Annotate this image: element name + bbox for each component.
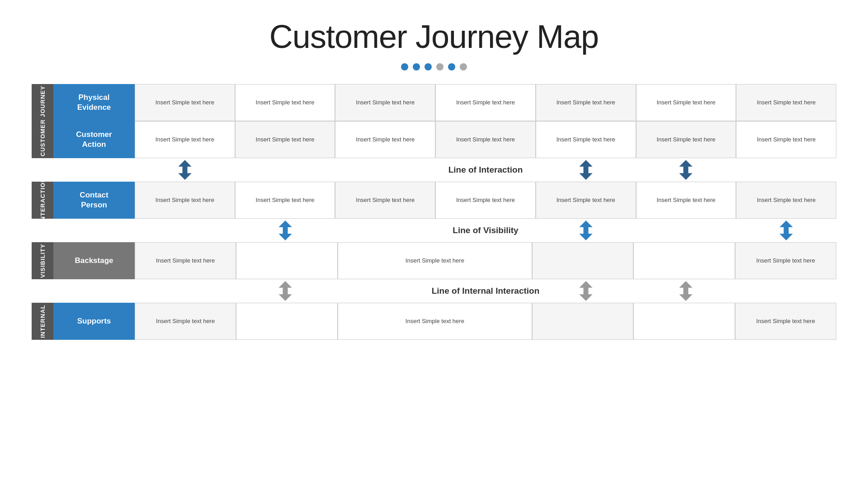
svg-marker-4 (579, 221, 592, 240)
svg-marker-7 (579, 281, 592, 301)
svg-marker-5 (780, 221, 793, 240)
ca-cell-7[interactable]: Insert Simple text here (736, 121, 836, 158)
bs-cell-7[interactable]: Insert Simple text here (735, 242, 836, 279)
line-of-visibility-label: Line of Visibility (453, 225, 518, 235)
arrow-slot-lov-4 (536, 219, 636, 242)
bs-cell-2 (236, 242, 337, 279)
sup-cell-2 (236, 303, 337, 340)
line-of-interaction-row: Line of Interaction (53, 158, 836, 182)
arrow-lov-4 (579, 221, 593, 240)
customer-action-header: CustomerAction (53, 121, 135, 158)
bs-cell-3-4[interactable]: Insert Simple text here (338, 242, 533, 279)
pe-cell-4[interactable]: Insert Simple text here (435, 84, 536, 121)
arrow-lov-1 (278, 221, 292, 240)
label-internal: Internal (32, 303, 53, 340)
ca-cell-5[interactable]: Insert Simple text here (536, 121, 636, 158)
arrow-slot-lii-1 (235, 279, 335, 303)
backstage-row: Backstage Insert Simple text here Insert… (53, 242, 836, 279)
svg-marker-2 (679, 160, 693, 180)
arrow-loi-4 (579, 160, 593, 180)
arrow-slot-lov-6 (736, 219, 836, 242)
line-of-visibility-cells: Line of Visibility (135, 219, 836, 242)
bs-cell-5 (532, 242, 633, 279)
backstage-header: Backstage (53, 242, 135, 279)
pe-cell-7[interactable]: Insert Simple text here (736, 84, 836, 121)
journey-map: Customer Journey Interaction Visibility … (32, 84, 836, 340)
line-of-internal-row: Line of Internal Interaction (53, 279, 836, 303)
svg-marker-3 (278, 221, 292, 240)
ca-cell-4[interactable]: Insert Simple text here (435, 121, 536, 158)
pe-cell-1[interactable]: Insert Simple text here (135, 84, 235, 121)
arrow-slot-lov-0 (135, 219, 235, 242)
arrow-slot-lii-6 (736, 279, 836, 303)
cp-cell-4[interactable]: Insert Simple text here (435, 182, 536, 219)
arrow-slot-loi-1 (235, 158, 335, 182)
arrow-slot-lii-2 (335, 279, 435, 303)
cp-cell-6[interactable]: Insert Simple text here (636, 182, 736, 219)
cp-cell-5[interactable]: Insert Simple text here (536, 182, 636, 219)
cp-cell-7[interactable]: Insert Simple text here (736, 182, 836, 219)
svg-marker-8 (679, 281, 693, 301)
bs-cell-6 (633, 242, 735, 279)
dot-6[interactable] (460, 63, 467, 70)
sup-cell-1[interactable]: Insert Simple text here (135, 303, 236, 340)
page-title: Customer Journey Map (269, 18, 599, 55)
dot-2[interactable] (413, 63, 420, 70)
arrow-slot-loi-2 (335, 158, 435, 182)
svg-marker-1 (579, 160, 592, 180)
line-of-visibility-row: Line of Visibility (53, 219, 836, 242)
dot-1[interactable] (401, 63, 408, 70)
pe-cell-2[interactable]: Insert Simple text here (235, 84, 335, 121)
line-of-internal-cells: Line of Internal Interaction (135, 279, 836, 303)
arrow-loi-5 (679, 160, 693, 180)
cp-cell-2[interactable]: Insert Simple text here (235, 182, 335, 219)
supports-header: Supports (53, 303, 135, 340)
pe-cell-3[interactable]: Insert Simple text here (335, 84, 435, 121)
grid-area: PhysicalEvidence Insert Simple text here… (53, 84, 836, 340)
arrow-lov-6 (779, 221, 793, 240)
cp-cell-3[interactable]: Insert Simple text here (335, 182, 435, 219)
dot-5[interactable] (448, 63, 455, 70)
cp-cell-1[interactable]: Insert Simple text here (135, 182, 235, 219)
arrow-slot-loi-0 (135, 158, 235, 182)
physical-evidence-header: PhysicalEvidence (53, 84, 135, 121)
arrow-slot-lov-2 (335, 219, 435, 242)
sup-cell-5 (532, 303, 633, 340)
arrow-slot-lii-0 (135, 279, 235, 303)
ca-cell-2[interactable]: Insert Simple text here (235, 121, 335, 158)
line-of-interaction-cells: Line of Interaction (135, 158, 836, 182)
label-interaction: Interaction (32, 182, 53, 219)
line-of-internal-label: Line of Internal Interaction (432, 286, 540, 296)
customer-action-row: CustomerAction Insert Simple text here I… (53, 121, 836, 158)
arrow-loi-0 (178, 160, 192, 180)
arrow-slot-lii-5 (636, 279, 736, 303)
bs-cell-1[interactable]: Insert Simple text here (135, 242, 236, 279)
svg-marker-0 (178, 160, 191, 180)
section-labels: Customer Journey Interaction Visibility … (32, 84, 53, 340)
sup-cell-6 (633, 303, 735, 340)
pe-cell-5[interactable]: Insert Simple text here (536, 84, 636, 121)
slide-dots (401, 63, 467, 70)
sup-cell-3-4[interactable]: Insert Simple text here (338, 303, 533, 340)
contact-person-header: ContactPerson (53, 182, 135, 219)
sup-cell-7[interactable]: Insert Simple text here (735, 303, 836, 340)
dot-3[interactable] (425, 63, 432, 70)
arrow-lii-1 (278, 281, 292, 301)
arrow-lii-5 (679, 281, 693, 301)
line-of-interaction-label: Line of Interaction (448, 165, 523, 175)
arrow-lii-4 (579, 281, 593, 301)
pe-cell-6[interactable]: Insert Simple text here (636, 84, 736, 121)
arrow-slot-loi-5 (636, 158, 736, 182)
contact-person-row: ContactPerson Insert Simple text here In… (53, 182, 836, 219)
label-visibility: Visibility (32, 242, 53, 279)
arrow-slot-lii-4 (536, 279, 636, 303)
ca-cell-6[interactable]: Insert Simple text here (636, 121, 736, 158)
arrow-slot-loi-6 (736, 158, 836, 182)
ca-cell-3[interactable]: Insert Simple text here (335, 121, 435, 158)
ca-cell-1[interactable]: Insert Simple text here (135, 121, 235, 158)
physical-evidence-row: PhysicalEvidence Insert Simple text here… (53, 84, 836, 121)
label-customer-journey: Customer Journey (32, 84, 53, 158)
dot-4[interactable] (436, 63, 443, 70)
supports-row: Supports Insert Simple text here Insert … (53, 303, 836, 340)
arrow-slot-lov-5 (636, 219, 736, 242)
